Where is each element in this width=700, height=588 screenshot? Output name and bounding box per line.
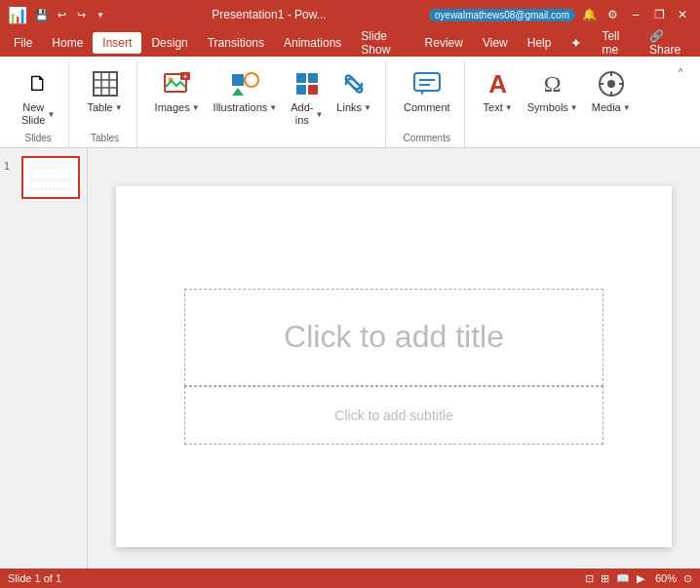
menubar: File Home Insert Design Transitions Anim… bbox=[0, 29, 700, 57]
addins-button[interactable]: Add-ins ▼ bbox=[285, 64, 329, 131]
symbols-label: Symbols bbox=[527, 101, 568, 114]
comment-icon bbox=[411, 68, 443, 99]
links-icon bbox=[338, 68, 369, 99]
comment-label: Comment bbox=[404, 101, 450, 114]
svg-rect-14 bbox=[296, 85, 306, 95]
addins-icon bbox=[292, 68, 323, 99]
normal-view-button[interactable]: ⊡ bbox=[585, 572, 594, 584]
menu-animations[interactable]: Animations bbox=[274, 32, 351, 54]
images-icon: + bbox=[162, 68, 193, 99]
slide-sorter-button[interactable]: ⊞ bbox=[601, 572, 609, 584]
ribbon-collapse-area: ^ bbox=[669, 60, 692, 147]
zoom-level: 60% bbox=[655, 572, 677, 584]
ribbon-group-images: + Images ▼ Illustrations bbox=[141, 60, 386, 147]
images-button[interactable]: + Images ▼ bbox=[149, 64, 206, 118]
text-label: Text bbox=[484, 101, 503, 114]
menu-file[interactable]: File bbox=[4, 32, 42, 54]
slide-canvas[interactable]: Click to add title Click to add subtitle bbox=[116, 186, 672, 547]
menu-transitions[interactable]: Transitions bbox=[198, 32, 274, 54]
new-slide-label: NewSlide bbox=[21, 101, 45, 127]
illustrations-arrow: ▼ bbox=[269, 103, 277, 112]
text-arrow: ▼ bbox=[505, 103, 513, 112]
svg-rect-15 bbox=[308, 85, 318, 95]
close-button[interactable]: ✕ bbox=[673, 5, 692, 24]
menu-view[interactable]: View bbox=[473, 32, 518, 54]
images-arrow: ▼ bbox=[192, 103, 200, 112]
main-area: 1 Click to add title Click to add subtit… bbox=[0, 148, 700, 584]
undo-button[interactable]: ↩ bbox=[53, 6, 70, 23]
table-label: Table bbox=[87, 101, 112, 114]
svg-rect-9 bbox=[232, 74, 244, 86]
symbols-arrow: ▼ bbox=[570, 103, 578, 112]
slides-group-label: Slides bbox=[25, 131, 52, 147]
ribbon: 🗋 NewSlide ▼ Slides bbox=[0, 57, 700, 148]
redo-button[interactable]: ↪ bbox=[72, 6, 90, 23]
svg-rect-0 bbox=[94, 72, 117, 96]
menu-review[interactable]: Review bbox=[415, 32, 473, 54]
svg-rect-26 bbox=[25, 160, 76, 195]
illustrations-icon bbox=[229, 68, 260, 99]
collapse-ribbon-button[interactable]: ^ bbox=[673, 64, 688, 80]
images-group-items: + Images ▼ Illustrations bbox=[149, 60, 377, 141]
table-icon bbox=[90, 68, 121, 99]
fit-slide-button[interactable]: ⊙ bbox=[683, 572, 692, 584]
share-options-button[interactable]: 🔔 bbox=[579, 5, 599, 24]
comments-group-label: Comments bbox=[404, 131, 450, 147]
comments-group-items: Comment bbox=[398, 60, 456, 131]
options-button[interactable]: ⚙ bbox=[603, 5, 622, 24]
text-button[interactable]: A Text ▼ bbox=[477, 64, 520, 118]
statusbar: Slide 1 of 1 ⊡ ⊞ 📖 ▶ 60% ⊙ bbox=[0, 568, 700, 588]
share-button[interactable]: 🔗 Share bbox=[640, 25, 696, 60]
menu-insert[interactable]: Insert bbox=[93, 32, 141, 54]
new-slide-icon: 🗋 bbox=[22, 68, 54, 99]
svg-rect-13 bbox=[308, 73, 318, 83]
new-slide-button[interactable]: 🗋 NewSlide ▼ bbox=[16, 64, 60, 131]
ribbon-group-tables: Table ▼ Tables bbox=[73, 60, 136, 147]
comment-button[interactable]: Comment bbox=[398, 64, 456, 118]
menu-home[interactable]: Home bbox=[42, 32, 93, 54]
title-placeholder[interactable]: Click to add title bbox=[184, 289, 603, 386]
slides-panel: 1 bbox=[0, 148, 88, 584]
slideshow-button[interactable]: ▶ bbox=[637, 572, 644, 584]
table-arrow: ▼ bbox=[115, 103, 123, 112]
media-button[interactable]: Media ▼ bbox=[586, 64, 637, 118]
addins-label: Add-ins bbox=[291, 101, 313, 127]
canvas-area: Click to add title Click to add subtitle bbox=[88, 148, 700, 584]
tables-group-items: Table ▼ bbox=[81, 60, 128, 131]
media-label: Media bbox=[592, 101, 621, 114]
addins-arrow: ▼ bbox=[315, 110, 323, 119]
ribbon-group-text: A Text ▼ Ω Symbols ▼ bbox=[469, 60, 644, 147]
svg-point-10 bbox=[245, 73, 258, 87]
restore-button[interactable]: ❐ bbox=[649, 5, 669, 24]
subtitle-placeholder[interactable]: Click to add subtitle bbox=[184, 386, 603, 445]
menu-design[interactable]: Design bbox=[141, 32, 197, 54]
slide-count: Slide 1 of 1 bbox=[8, 572, 61, 584]
slide-thumbnail-1[interactable] bbox=[21, 156, 80, 199]
symbols-button[interactable]: Ω Symbols ▼ bbox=[522, 64, 584, 118]
title-placeholder-text: Click to add title bbox=[284, 319, 504, 355]
svg-marker-11 bbox=[232, 88, 244, 96]
svg-point-21 bbox=[607, 80, 615, 88]
text-group-items: A Text ▼ Ω Symbols ▼ bbox=[477, 60, 637, 141]
svg-marker-17 bbox=[420, 91, 424, 96]
view-controls: ⊡ ⊞ 📖 ▶ 60% ⊙ bbox=[585, 572, 692, 585]
menu-lightbulb[interactable]: ✦ bbox=[561, 31, 592, 55]
media-arrow: ▼ bbox=[623, 103, 631, 112]
table-button[interactable]: Table ▼ bbox=[81, 64, 128, 118]
ribbon-group-comments: Comment Comments bbox=[390, 60, 465, 147]
slide-number-1: 1 bbox=[4, 156, 18, 172]
minimize-button[interactable]: – bbox=[626, 5, 645, 24]
links-button[interactable]: Links ▼ bbox=[331, 64, 377, 118]
menu-help[interactable]: Help bbox=[518, 32, 562, 54]
text-icon: A bbox=[483, 68, 514, 99]
reading-view-button[interactable]: 📖 bbox=[616, 572, 630, 584]
illustrations-button[interactable]: Illustrations ▼ bbox=[208, 64, 284, 118]
tell-me-input[interactable]: Tell me bbox=[592, 25, 640, 60]
ribbon-group-slides: 🗋 NewSlide ▼ Slides bbox=[8, 60, 69, 147]
menu-slideshow[interactable]: Slide Show bbox=[351, 25, 414, 60]
svg-text:+: + bbox=[183, 73, 187, 80]
tables-group-label: Tables bbox=[91, 131, 119, 147]
window-title: Presentation1 - Pow... bbox=[109, 8, 429, 21]
save-button[interactable]: 💾 bbox=[33, 6, 51, 23]
customize-qat-button[interactable]: ▼ bbox=[92, 6, 109, 23]
